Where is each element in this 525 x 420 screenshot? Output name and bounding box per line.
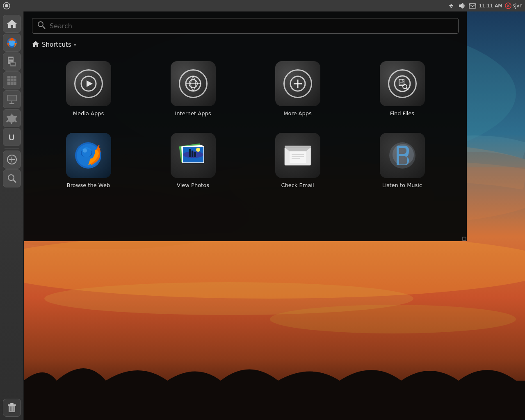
search-icon: [37, 21, 46, 31]
launcher-separator-1: [5, 148, 19, 148]
launcher-settings[interactable]: [3, 109, 21, 127]
svg-rect-83: [194, 152, 196, 157]
app-view-photos[interactable]: View Photos: [145, 129, 241, 192]
more-apps-icon-box: [275, 61, 320, 106]
launcher-search-sidebar[interactable]: [3, 169, 21, 187]
system-icon[interactable]: [2, 2, 11, 10]
internet-apps-circle-icon: [179, 69, 208, 98]
breadcrumb: Shortcuts ▾: [32, 40, 459, 49]
svg-rect-4: [459, 5, 461, 7]
launcher: U: [0, 11, 24, 420]
find-files-icon-box: [380, 61, 425, 106]
svg-rect-30: [7, 76, 16, 85]
svg-marker-54: [32, 41, 39, 47]
svg-marker-5: [461, 3, 463, 9]
app-check-email[interactable]: Check Email: [249, 129, 346, 192]
svg-rect-48: [10, 403, 14, 404]
view-photos-label: View Photos: [177, 182, 209, 188]
internet-apps-icon-box: [171, 61, 216, 106]
panel-user[interactable]: sjvn: [505, 2, 523, 9]
svg-point-44: [8, 175, 14, 180]
check-email-icon-box: [275, 133, 320, 178]
app-browse-web[interactable]: Browse the Web: [40, 129, 137, 192]
svg-point-1: [5, 4, 8, 7]
search-bar-container: [32, 18, 459, 34]
media-apps-icon-box: [66, 61, 111, 106]
svg-rect-94: [463, 237, 466, 240]
app-media-apps[interactable]: Media Apps: [40, 57, 137, 121]
svg-marker-56: [87, 80, 93, 87]
check-email-label: Check Email: [281, 182, 314, 188]
launcher-presentation[interactable]: [3, 90, 21, 108]
svg-rect-36: [8, 96, 16, 100]
launcher-spreadsheet[interactable]: [3, 71, 21, 89]
launcher-panel: Shortcuts ▾ Media Apps: [24, 11, 467, 241]
svg-rect-88: [290, 151, 306, 163]
more-apps-circle-icon: [283, 69, 312, 98]
svg-rect-26: [9, 61, 11, 62]
svg-text:U: U: [9, 133, 14, 142]
svg-rect-47: [8, 404, 16, 406]
svg-point-72: [82, 147, 91, 157]
svg-point-52: [38, 22, 43, 27]
svg-point-80: [183, 151, 203, 158]
breadcrumb-current: Shortcuts: [42, 41, 71, 48]
svg-point-18: [270, 305, 516, 333]
top-panel: 11:11 AM sjvn: [0, 0, 525, 11]
top-panel-right: 11:11 AM sjvn: [447, 2, 523, 10]
network-arrows-icon[interactable]: [447, 2, 455, 10]
svg-point-67: [403, 84, 407, 89]
launcher-trash[interactable]: [3, 399, 21, 417]
launcher-software[interactable]: U: [3, 128, 21, 146]
svg-point-84: [196, 148, 200, 152]
breadcrumb-home-icon[interactable]: [32, 40, 39, 49]
search-input[interactable]: [50, 22, 453, 30]
find-files-label: Find Files: [390, 110, 414, 116]
find-files-circle-icon: [388, 69, 417, 98]
panel-time: 11:11 AM: [479, 3, 502, 9]
svg-line-45: [13, 180, 16, 183]
listen-music-icon-box: [380, 133, 425, 178]
volume-icon[interactable]: [458, 2, 466, 10]
svg-rect-24: [9, 58, 13, 59]
launcher-bottom-area: [3, 399, 21, 417]
svg-rect-82: [192, 151, 193, 157]
launcher-firefox[interactable]: [3, 34, 21, 52]
svg-rect-25: [9, 59, 13, 60]
launcher-add[interactable]: [3, 151, 21, 169]
svg-line-53: [43, 26, 45, 29]
top-panel-left: [2, 2, 11, 10]
browse-web-icon-box: [66, 133, 111, 178]
more-apps-label: More Apps: [283, 110, 312, 116]
internet-apps-label: Internet Apps: [175, 110, 211, 116]
app-more-apps[interactable]: More Apps: [249, 57, 346, 121]
mail-icon[interactable]: [468, 2, 477, 10]
launcher-home[interactable]: [3, 15, 21, 33]
svg-rect-6: [469, 4, 476, 8]
view-photos-icon-box: [171, 133, 216, 178]
browse-web-label: Browse the Web: [67, 182, 110, 188]
breadcrumb-dropdown-arrow[interactable]: ▾: [74, 42, 76, 48]
media-apps-label: Media Apps: [73, 110, 104, 116]
app-grid: Media Apps Internet Apps: [40, 57, 450, 201]
media-apps-circle-icon: [74, 69, 103, 98]
launcher-documents[interactable]: [3, 52, 21, 71]
resize-handle[interactable]: [459, 233, 467, 241]
svg-rect-28: [11, 63, 15, 64]
panel-username: sjvn: [513, 3, 523, 9]
svg-point-73: [83, 148, 87, 153]
svg-rect-29: [11, 64, 15, 65]
listen-music-label: Listen to Music: [382, 182, 422, 188]
svg-rect-81: [189, 149, 191, 157]
app-listen-music[interactable]: Listen to Music: [354, 129, 450, 192]
app-internet-apps[interactable]: Internet Apps: [145, 57, 241, 121]
svg-marker-20: [7, 20, 17, 28]
app-find-files[interactable]: Find Files: [354, 57, 450, 121]
